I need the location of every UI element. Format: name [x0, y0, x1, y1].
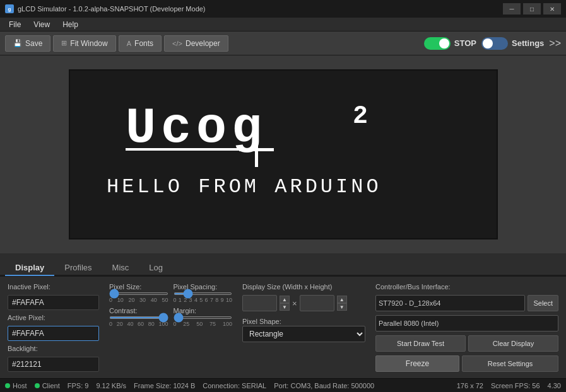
inactive-pixel-input[interactable] — [8, 295, 99, 310]
svg-rect-4 — [239, 148, 274, 151]
titlebar-left: g gLCD Simulator - 1.0.2-alpha-SNAPSHOT … — [5, 4, 206, 13]
stop-toggle[interactable] — [424, 37, 451, 50]
menu-file[interactable]: File — [3, 19, 27, 30]
svg-rect-2 — [126, 148, 252, 151]
freeze-row: Freeze Reset Settings — [375, 355, 558, 372]
contrast-marks: 0 20 40 60 80 100 — [109, 321, 168, 327]
menubar: File View Help — [0, 18, 566, 32]
display-settings-column: Display Size (Width x Height) ▲ ▼ × ▲ ▼ … — [242, 283, 365, 372]
menu-help[interactable]: Help — [56, 19, 85, 30]
frame-size-label: Frame Size: 1024 B — [134, 382, 195, 389]
tab-display[interactable]: Display — [5, 259, 54, 276]
display-size-label: Display Size (Width x Height) — [242, 283, 365, 291]
controller-sub-input[interactable] — [375, 315, 558, 331]
fonts-icon: A — [127, 40, 131, 47]
colors-column: Inactive Pixel: Active Pixel: Backlight: — [8, 283, 99, 372]
tab-profiles[interactable]: Profiles — [54, 259, 102, 276]
pixel-size-marks: 0 10 20 30 40 50 — [109, 297, 168, 303]
pixel-shape-label: Pixel Shape: — [242, 318, 365, 325]
width-spinner: ▲ ▼ — [280, 296, 290, 311]
controller-label: Controller/Bus Interface: — [375, 283, 558, 291]
size-x-separator: × — [292, 299, 297, 308]
screen-fps-status: Screen FPS: 56 — [491, 382, 540, 389]
titlebar-title: gLCD Simulator - 1.0.2-alpha-SNAPSHOT (D… — [18, 5, 206, 13]
svg-text:HELLO FROM ARDUINO: HELLO FROM ARDUINO — [107, 175, 382, 199]
settings-toggle-knob — [483, 38, 493, 49]
pixel-size-slider[interactable] — [109, 292, 168, 295]
client-label: Client — [42, 382, 60, 389]
close-button[interactable]: ✕ — [543, 3, 561, 14]
lcd-screen: Ucog 2 HELLO FROM ARDUINO — [69, 69, 498, 239]
bottom-slider-pair: Contrast: 0 20 40 60 80 100 Margin: 0 25… — [109, 307, 232, 327]
controller-select-button[interactable]: Select — [528, 295, 558, 311]
lcd-svg: Ucog 2 HELLO FROM ARDUINO — [75, 76, 492, 233]
more-button[interactable]: >> — [549, 38, 561, 49]
tab-misc[interactable]: Misc — [102, 259, 139, 276]
fonts-button[interactable]: A Fonts — [119, 35, 162, 52]
host-label: Host — [13, 382, 27, 389]
controller-main-input[interactable] — [375, 295, 525, 311]
settings-panel: Inactive Pixel: Active Pixel: Backlight:… — [0, 276, 566, 378]
app-icon: g — [5, 4, 14, 13]
maximize-button[interactable]: □ — [523, 3, 541, 14]
minimize-button[interactable]: ─ — [503, 3, 521, 14]
pixel-spacing-marks: 0 1 2 3 4 5 6 7 8 9 10 — [174, 297, 233, 303]
pixel-shape-select[interactable]: Rectangle Circle Square — [242, 326, 365, 342]
height-up-button[interactable]: ▲ — [337, 296, 347, 303]
backlight-input[interactable] — [8, 357, 99, 372]
pixel-size-slider-row: Pixel Size: 0 10 20 30 40 50 — [109, 283, 168, 303]
connection-label: Connection: SERIAL — [203, 382, 266, 389]
fit-window-icon: ⊞ — [61, 39, 67, 47]
active-pixel-input[interactable] — [8, 326, 99, 341]
client-status: Client — [35, 382, 60, 389]
top-slider-pair: Pixel Size: 0 10 20 30 40 50 Pixel Spaci… — [109, 283, 232, 303]
save-icon: 💾 — [13, 39, 22, 47]
height-spinner: ▲ ▼ — [337, 296, 347, 311]
pixel-shape-section: Pixel Shape: Rectangle Circle Square — [242, 318, 365, 342]
display-width-input[interactable] — [242, 295, 277, 311]
titlebar: g gLCD Simulator - 1.0.2-alpha-SNAPSHOT … — [0, 0, 566, 18]
controller-row: Select — [375, 295, 558, 311]
save-button[interactable]: 💾 Save — [5, 35, 50, 52]
statusbar-right: 176 x 72 Screen FPS: 56 4.30 — [457, 382, 561, 389]
draw-test-row: Start Draw Test Clear Display — [375, 335, 558, 352]
margin-marks: 0 25 50 75 100 — [174, 321, 233, 327]
settings-toggle[interactable] — [481, 37, 508, 50]
port-label: Port: COM3, Baud Rate: 500000 — [274, 382, 374, 389]
sliders-column: Pixel Size: 0 10 20 30 40 50 Pixel Spaci… — [109, 283, 232, 372]
margin-slider[interactable] — [174, 316, 233, 319]
pixel-shape-row: Rectangle Circle Square — [242, 326, 365, 342]
freeze-button[interactable]: Freeze — [375, 355, 459, 372]
display-size-row: ▲ ▼ × ▲ ▼ — [242, 295, 365, 311]
settings-label: Settings — [512, 38, 544, 48]
contrast-slider[interactable] — [109, 316, 168, 319]
tab-log[interactable]: Log — [139, 259, 173, 276]
stop-toggle-container: STOP — [424, 37, 476, 50]
backlight-label: Backlight: — [8, 345, 99, 352]
developer-icon: </> — [172, 40, 182, 47]
start-draw-test-button[interactable]: Start Draw Test — [375, 335, 466, 352]
contrast-slider-row: Contrast: 0 20 40 60 80 100 — [109, 307, 168, 327]
active-pixel-label: Active Pixel: — [8, 314, 99, 321]
width-down-button[interactable]: ▼ — [280, 303, 290, 311]
pixel-spacing-slider-row: Pixel Spacing: 0 1 2 3 4 5 6 7 8 9 10 — [174, 283, 233, 303]
tabs: Display Profiles Misc Log — [0, 253, 566, 276]
developer-button[interactable]: </> Developer — [164, 35, 228, 52]
menu-view[interactable]: View — [27, 19, 56, 30]
controller-column: Controller/Bus Interface: Select Start D… — [375, 283, 558, 372]
pixel-spacing-slider[interactable] — [174, 292, 233, 295]
reset-settings-button[interactable]: Reset Settings — [462, 355, 558, 372]
width-up-button[interactable]: ▲ — [280, 296, 290, 303]
version-status: 4.30 — [548, 382, 561, 389]
settings-toggle-container: Settings — [481, 37, 544, 50]
toolbar: 💾 Save ⊞ Fit Window A Fonts </> Develope… — [0, 32, 566, 55]
bandwidth-label: 9.12 KB/s — [96, 382, 126, 389]
inactive-pixel-label: Inactive Pixel: — [8, 283, 99, 291]
fps-label: FPS: 9 — [68, 382, 89, 389]
height-down-button[interactable]: ▼ — [337, 303, 347, 311]
clear-display-button[interactable]: Clear Display — [468, 335, 558, 352]
lcd-content: Ucog 2 HELLO FROM ARDUINO — [75, 76, 492, 233]
display-size-status: 176 x 72 — [457, 382, 483, 389]
fit-window-button[interactable]: ⊞ Fit Window — [53, 35, 115, 52]
display-height-input[interactable] — [300, 295, 334, 311]
